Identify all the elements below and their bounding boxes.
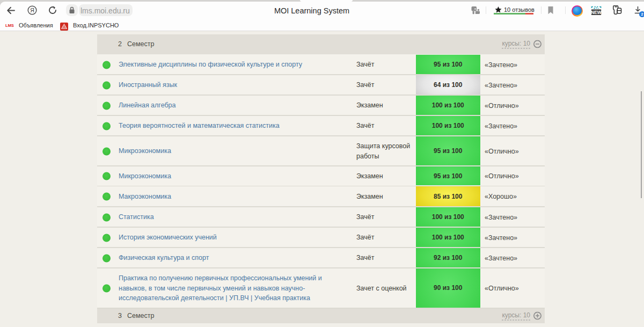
- svg-text:NEW: NEW: [591, 10, 602, 15]
- svg-text:Я: Я: [30, 7, 34, 13]
